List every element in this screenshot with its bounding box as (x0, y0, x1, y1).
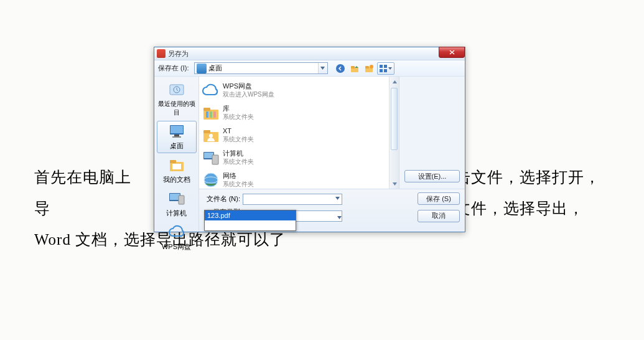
location-combo[interactable]: 桌面 (194, 62, 328, 74)
network-icon (202, 171, 220, 189)
scroll-thumb[interactable] (391, 88, 398, 150)
svg-rect-9 (384, 69, 387, 72)
computer-icon (202, 148, 220, 167)
cloud-icon (167, 224, 186, 240)
list-item[interactable]: 网络系统文件夹 (202, 169, 369, 189)
up-button[interactable] (348, 62, 361, 75)
sidebar-item-documents[interactable]: 我的文档 (157, 154, 197, 187)
save-as-dialog: 另存为 保存在 (I): 桌面 (154, 47, 465, 232)
desktop-icon (197, 64, 207, 73)
location-text: 桌面 (208, 64, 318, 73)
svg-rect-8 (380, 69, 383, 72)
svg-rect-6 (380, 65, 383, 68)
documents-icon (167, 157, 186, 173)
sidebar-item-label: 计算机 (157, 209, 196, 218)
svg-rect-25 (210, 111, 212, 118)
save-in-label: 保存在 (I): (158, 64, 189, 73)
titlebar[interactable]: 另存为 (154, 47, 465, 60)
chevron-down-icon (388, 67, 392, 70)
sidebar-item-desktop[interactable]: 桌面 (157, 121, 197, 153)
sidebar-item-label: 我的文档 (157, 175, 196, 184)
settings-button[interactable]: 设置(E)... (404, 170, 460, 182)
file-sub: 系统文件夹 (223, 180, 254, 189)
svg-rect-14 (174, 135, 179, 136)
scrollbar[interactable] (389, 77, 399, 189)
file-name: 库 (223, 104, 254, 113)
file-name: XT (223, 126, 254, 135)
svg-rect-32 (212, 155, 218, 164)
filename-label: 文件名 (N): (204, 194, 240, 204)
chevron-down-icon[interactable] (333, 194, 342, 204)
computer-icon (167, 191, 186, 207)
filename-dropdown[interactable]: 123.pdf (204, 210, 296, 231)
svg-rect-21 (179, 196, 184, 204)
svg-rect-4 (365, 66, 369, 68)
svg-rect-7 (384, 65, 387, 68)
chevron-down-icon[interactable] (318, 63, 327, 73)
desktop-icon (167, 123, 186, 139)
sidebar-item-label: 最近使用的项目 (157, 100, 196, 117)
sidebar-item-label: WPS网盘 (157, 242, 196, 252)
svg-rect-13 (170, 126, 183, 133)
svg-rect-28 (203, 130, 210, 133)
cancel-button[interactable]: 取消 (418, 210, 460, 222)
sidebar-item-wpscloud[interactable]: WPS网盘 (157, 222, 197, 254)
svg-rect-26 (213, 111, 216, 118)
svg-point-29 (209, 134, 213, 138)
dropdown-item[interactable]: 123.pdf (205, 210, 296, 220)
svg-rect-17 (170, 160, 176, 163)
chevron-down-icon[interactable] (337, 210, 342, 222)
toolbar: 保存在 (I): 桌面 (154, 60, 465, 77)
svg-rect-23 (203, 108, 210, 111)
scroll-down-icon[interactable] (390, 179, 399, 189)
list-item[interactable]: 计算机系统文件夹 (202, 146, 369, 169)
close-icon (449, 50, 455, 55)
dialog-title: 另存为 (168, 49, 189, 59)
file-name: 网络 (223, 171, 254, 180)
back-button[interactable] (334, 62, 347, 75)
views-button[interactable] (377, 62, 394, 75)
dropdown-spacer (205, 220, 296, 230)
svg-rect-24 (206, 111, 208, 118)
svg-rect-18 (172, 164, 181, 169)
svg-rect-15 (172, 136, 181, 138)
cloud-icon (202, 81, 220, 100)
filename-input[interactable] (243, 194, 342, 205)
user-folder-icon (202, 126, 220, 144)
list-item[interactable]: XT系统文件夹 (202, 124, 369, 146)
app-icon (157, 49, 166, 58)
recent-icon (167, 82, 186, 98)
svg-rect-2 (351, 66, 355, 68)
list-item[interactable]: WPS网盘双击进入WPS网盘 (202, 79, 369, 102)
sidebar-item-label: 桌面 (157, 141, 196, 151)
places-sidebar: 最近使用的项目 桌面 我的文档 计算机 WPS网盘 (154, 77, 199, 232)
scroll-up-icon[interactable] (390, 77, 399, 87)
file-sub: 系统文件夹 (223, 158, 254, 166)
svg-point-0 (336, 64, 345, 73)
new-folder-button[interactable] (363, 62, 375, 75)
side-panel: 设置(E)... (399, 77, 465, 189)
file-name: WPS网盘 (223, 82, 274, 90)
library-icon (202, 103, 220, 122)
file-sub: 系统文件夹 (223, 113, 254, 121)
save-button[interactable]: 保存 (S) (418, 192, 460, 205)
file-name: 计算机 (223, 149, 254, 158)
file-sub: 系统文件夹 (223, 135, 254, 144)
sidebar-item-computer[interactable]: 计算机 (157, 188, 197, 220)
file-list[interactable]: WPS网盘双击进入WPS网盘 库系统文件夹 XT系统文件夹 计算机系统文件夹 (199, 77, 369, 189)
list-item[interactable]: 库系统文件夹 (202, 102, 369, 124)
close-button[interactable] (439, 47, 465, 58)
svg-point-5 (370, 65, 373, 68)
file-sub: 双击进入WPS网盘 (223, 90, 274, 99)
sidebar-item-recent[interactable]: 最近使用的项目 (157, 79, 197, 120)
